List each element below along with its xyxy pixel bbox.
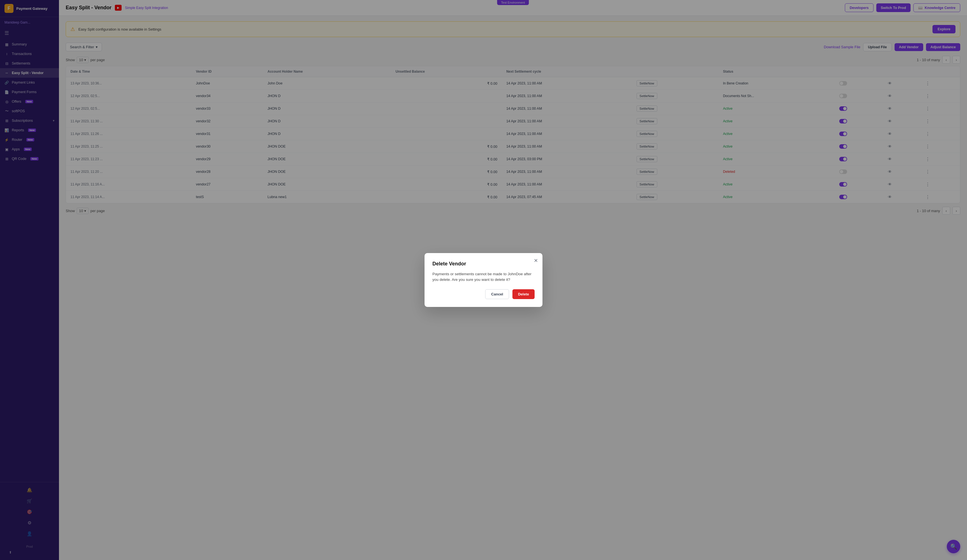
modal-title: Delete Vendor (432, 261, 535, 267)
modal-actions: Cancel Delete (432, 289, 535, 299)
modal-cancel-button[interactable]: Cancel (485, 289, 509, 299)
modal-delete-button[interactable]: Delete (512, 289, 535, 299)
modal-body: Payments or settlements cannot be made t… (432, 271, 535, 283)
modal-close-button[interactable]: ✕ (534, 257, 538, 264)
modal-overlay: Delete Vendor ✕ Payments or settlements … (0, 0, 967, 560)
delete-vendor-modal: Delete Vendor ✕ Payments or settlements … (424, 253, 543, 307)
